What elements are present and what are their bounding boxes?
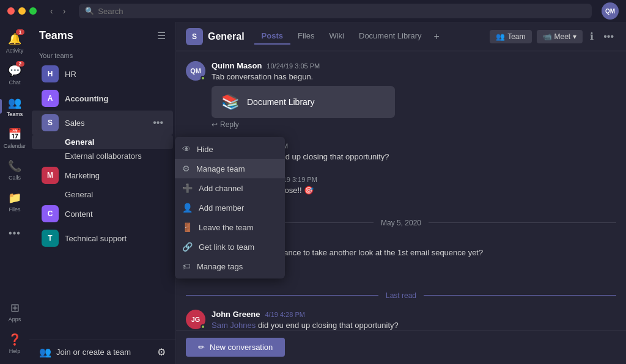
team-name-accounting: Accounting bbox=[65, 94, 153, 103]
team-avatar-content: C bbox=[42, 205, 59, 222]
ctx-manage-team[interactable]: ⚙ Manage team bbox=[175, 159, 285, 178]
ctx-manage-tags[interactable]: 🏷 Manage tags bbox=[175, 257, 285, 276]
team-avatar-accounting: A bbox=[42, 90, 59, 107]
new-conversation-label: New conversation bbox=[210, 343, 273, 352]
tab-wiki[interactable]: Wiki bbox=[322, 29, 352, 45]
team-avatar-sales: S bbox=[42, 114, 59, 131]
sidebar-item-calendar[interactable]: 📅 Calendar bbox=[2, 122, 27, 154]
settings-icon[interactable]: ⚙ bbox=[157, 346, 166, 358]
new-conversation-button[interactable]: ✏ New conversation bbox=[186, 338, 285, 357]
team-item-accounting[interactable]: A Accounting ••• bbox=[32, 86, 173, 111]
ctx-hide-label: Hide bbox=[197, 145, 213, 154]
ctx-manage-team-label: Manage team bbox=[196, 164, 245, 173]
msg-author-1: Quinn Mason bbox=[212, 61, 262, 70]
files-label: Files bbox=[9, 206, 20, 213]
msg-text-after-april: did you end up closing that opportunity? bbox=[258, 321, 399, 330]
join-team-label: Join or create a team bbox=[56, 348, 131, 357]
team-more-sales[interactable]: ••• bbox=[153, 117, 163, 128]
ctx-leave-team-label: Leave the team bbox=[199, 223, 254, 232]
team-item-sales[interactable]: S Sales ••• bbox=[32, 111, 173, 135]
teams-panel: Teams ☰ Your teams H HR ••• A Accounting… bbox=[29, 22, 176, 364]
avatar-initials-john: JG bbox=[191, 316, 201, 323]
ctx-hide[interactable]: 👁 Hide bbox=[175, 139, 285, 159]
info-button[interactable]: ℹ bbox=[587, 28, 596, 45]
forward-button[interactable]: › bbox=[59, 5, 70, 17]
back-button[interactable]: ‹ bbox=[46, 5, 57, 17]
sidebar-item-chat[interactable]: 💬 2 Chat bbox=[2, 59, 27, 90]
doc-lib-name: Document Library bbox=[247, 97, 315, 107]
context-menu: 👁 Hide ⚙ Manage team ➕ Add channel 👤 Add… bbox=[175, 137, 285, 278]
sidebar-item-teams[interactable]: 👥 Teams bbox=[2, 90, 27, 122]
team-item-hr[interactable]: H HR ••• bbox=[32, 62, 173, 86]
leave-team-icon: 🚪 bbox=[182, 222, 193, 232]
ctx-add-member[interactable]: 👤 Add member bbox=[175, 198, 285, 217]
ctx-add-member-label: Add member bbox=[199, 203, 244, 213]
new-conversation-icon: ✏ bbox=[198, 343, 205, 352]
channel-icon: S bbox=[186, 28, 203, 45]
channel-item-mg-general[interactable]: General bbox=[32, 187, 173, 202]
channel-tabs: Posts Files Wiki Document Library + bbox=[254, 29, 444, 45]
ctx-add-channel[interactable]: ➕ Add channel bbox=[175, 178, 285, 198]
team-button[interactable]: 👥 Team bbox=[490, 30, 531, 43]
traffic-lights bbox=[7, 7, 37, 15]
team-btn-label: Team bbox=[507, 32, 525, 41]
msg-text-april: Sam Johnes did you end up closing that o… bbox=[212, 320, 616, 330]
tab-posts[interactable]: Posts bbox=[254, 29, 290, 45]
teams-section-label: Your teams bbox=[29, 49, 175, 62]
maximize-button[interactable] bbox=[29, 7, 37, 15]
team-item-content[interactable]: C Content ••• bbox=[32, 202, 173, 226]
teams-footer: 👥 Join or create a team ⚙ bbox=[29, 340, 175, 364]
help-icon: ❓ bbox=[8, 333, 21, 346]
team-name-marketing: Marketing bbox=[65, 171, 153, 180]
last-read-line-right bbox=[424, 295, 616, 296]
help-label: Help bbox=[9, 348, 21, 354]
filter-icon[interactable]: ☰ bbox=[157, 30, 166, 42]
avatar-john: JG bbox=[186, 310, 205, 329]
close-button[interactable] bbox=[7, 7, 15, 15]
doc-lib-card[interactable]: 📚 Document Library bbox=[212, 86, 395, 118]
team-name-tech-support: Technical support bbox=[65, 234, 153, 243]
tab-add-button[interactable]: + bbox=[429, 29, 444, 45]
chat-badge: 2 bbox=[16, 61, 24, 67]
sidebar-item-activity[interactable]: 🔔 1 Activity bbox=[2, 27, 27, 59]
search-bar[interactable]: 🔍 bbox=[79, 4, 592, 18]
last-read-separator: Last read bbox=[186, 291, 616, 300]
meet-button[interactable]: 📹 Meet ▾ bbox=[537, 30, 583, 43]
avatar-initials-quinn: QM bbox=[190, 67, 201, 75]
message-row-april: JG John Greene 4/19 4:28 PM Sam Johnes d… bbox=[186, 310, 616, 330]
team-name-content: Content bbox=[65, 209, 153, 219]
join-team-button[interactable]: 👥 Join or create a team bbox=[39, 346, 131, 358]
sidebar-item-help[interactable]: ❓ Help bbox=[2, 327, 27, 359]
minimize-button[interactable] bbox=[18, 7, 26, 15]
sidebar-item-more[interactable]: ••• bbox=[2, 217, 27, 249]
channel-item-general[interactable]: General bbox=[32, 135, 173, 149]
meet-chevron-icon: ▾ bbox=[573, 32, 576, 41]
channel-name: General bbox=[208, 31, 245, 42]
tab-files[interactable]: Files bbox=[290, 29, 322, 45]
more-options-button[interactable]: ••• bbox=[601, 29, 616, 45]
sidebar-item-calls[interactable]: 📞 Calls bbox=[2, 154, 27, 186]
reply-button-1[interactable]: ↩ Reply bbox=[212, 120, 239, 129]
sidebar-item-files[interactable]: 📁 Files bbox=[2, 186, 27, 217]
manage-tags-icon: 🏷 bbox=[182, 261, 191, 271]
team-avatar-tech-support: T bbox=[42, 230, 59, 247]
sidebar-item-apps[interactable]: ⊞ Apps bbox=[2, 296, 27, 327]
team-avatar-hr: H bbox=[42, 65, 59, 82]
channel-item-ext-collab[interactable]: External collaborators bbox=[32, 149, 173, 163]
team-item-marketing[interactable]: M Marketing ••• bbox=[32, 163, 173, 187]
nav-arrows: ‹ › bbox=[46, 5, 69, 17]
ctx-add-channel-label: Add channel bbox=[199, 184, 243, 193]
msg-header-1: Quinn Mason 10/24/19 3:05 PM bbox=[212, 61, 616, 70]
sidebar-nav: 🔔 1 Activity 💬 2 Chat 👥 Teams 📅 Calendar… bbox=[0, 22, 29, 364]
ctx-get-link[interactable]: 🔗 Get link to team bbox=[175, 237, 285, 257]
teams-header: Teams ☰ bbox=[29, 22, 175, 49]
user-avatar[interactable]: QM bbox=[602, 2, 619, 20]
tab-doc-lib[interactable]: Document Library bbox=[352, 29, 429, 45]
hide-icon: 👁 bbox=[182, 144, 191, 154]
msg-time-april: 4/19 4:28 PM bbox=[265, 311, 304, 318]
search-input[interactable] bbox=[98, 7, 586, 16]
get-link-icon: 🔗 bbox=[182, 242, 193, 252]
ctx-leave-team[interactable]: 🚪 Leave the team bbox=[175, 217, 285, 237]
last-read-line-left bbox=[186, 295, 378, 296]
team-item-tech-support[interactable]: T Technical support ••• bbox=[32, 226, 173, 250]
